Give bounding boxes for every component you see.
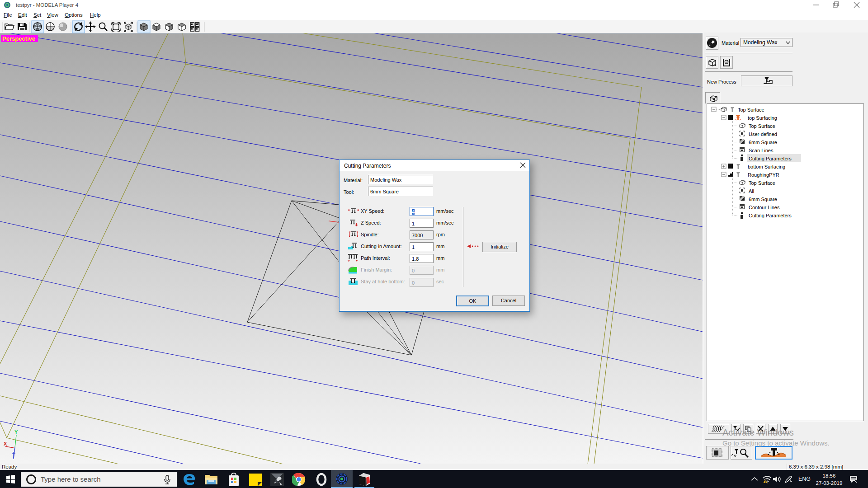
svg-text:Top Surface: Top Surface bbox=[738, 107, 764, 113]
svg-text:top Surfacing: top Surfacing bbox=[748, 115, 777, 121]
svg-text:Contour Lines: Contour Lines bbox=[749, 205, 780, 210]
svg-text:Top Surface: Top Surface bbox=[749, 180, 775, 186]
svg-text:bottom Surfacing: bottom Surfacing bbox=[748, 164, 785, 169]
svg-text:All: All bbox=[749, 188, 754, 194]
svg-text:Top Surface: Top Surface bbox=[749, 123, 775, 129]
svg-text:6mm Square: 6mm Square bbox=[749, 197, 777, 202]
svg-text:Scan Lines: Scan Lines bbox=[749, 148, 774, 153]
svg-text:Y: Y bbox=[14, 429, 18, 435]
svg-text:Cutting Parameters: Cutting Parameters bbox=[749, 156, 792, 161]
svg-text:Cutting Parameters: Cutting Parameters bbox=[749, 213, 792, 218]
svg-text:RoughingPYR: RoughingPYR bbox=[748, 172, 779, 178]
svg-text:User-defined: User-defined bbox=[749, 131, 777, 137]
svg-text:6mm Square: 6mm Square bbox=[749, 140, 777, 145]
svg-text:X: X bbox=[4, 441, 7, 446]
